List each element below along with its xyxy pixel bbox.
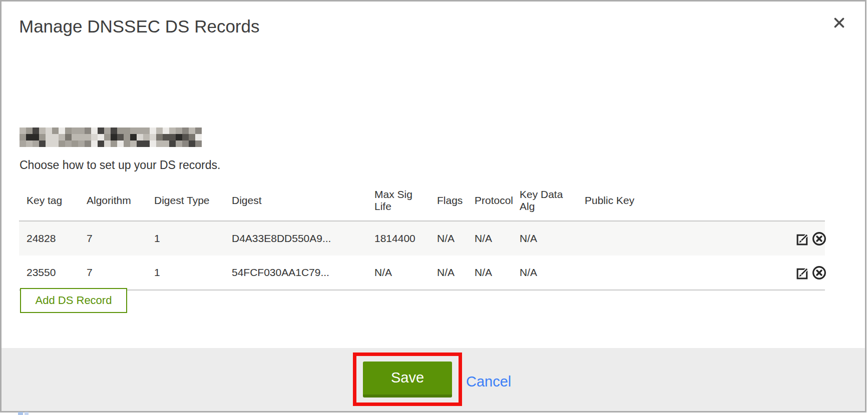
col-key-data-alg: Key Data Alg: [512, 182, 577, 221]
manage-dnssec-modal: Manage DNSSEC DS Records Choose how to s…: [0, 0, 866, 412]
table-row: 23550 7 1 54FCF030AA1C79... N/A N/A N/A …: [19, 256, 825, 290]
cell-digest-type: 1: [147, 256, 224, 290]
add-ds-record-button[interactable]: Add DS Record: [20, 288, 127, 313]
cell-flags: N/A: [429, 221, 467, 256]
save-button[interactable]: Save: [363, 362, 452, 398]
cell-key-data-alg: N/A: [512, 221, 577, 256]
cell-key-tag: 23550: [19, 256, 79, 290]
col-public-key: Public Key: [577, 182, 787, 221]
delete-circle-x-icon: [811, 274, 827, 282]
edit-record-button[interactable]: [795, 231, 811, 246]
cell-public-key: [577, 256, 787, 290]
col-key-tag: Key tag: [19, 182, 79, 221]
col-digest: Digest: [224, 182, 367, 221]
instruction-text: Choose how to set up your DS records.: [20, 158, 220, 172]
cancel-link[interactable]: Cancel: [466, 374, 511, 390]
page-title: Manage DNSSEC DS Records: [19, 16, 259, 36]
edit-record-button[interactable]: [795, 265, 811, 280]
cell-protocol: N/A: [467, 256, 512, 290]
cell-flags: N/A: [429, 256, 467, 290]
cell-max-sig-life: N/A: [367, 256, 429, 290]
table-row: 24828 7 1 D4A33E8DD550A9... 1814400 N/A …: [19, 221, 825, 256]
delete-circle-x-icon: [811, 240, 827, 248]
table-header-row: Key tag Algorithm Digest Type Digest Max…: [19, 182, 825, 221]
delete-record-button[interactable]: [811, 265, 827, 280]
col-algorithm: Algorithm: [79, 182, 147, 221]
background-page-artifact: [25, 412, 29, 415]
close-button[interactable]: [831, 16, 847, 32]
cell-key-data-alg: N/A: [512, 256, 577, 290]
cell-max-sig-life: 1814400: [367, 221, 429, 256]
ds-records-table: Key tag Algorithm Digest Type Digest Max…: [19, 182, 825, 290]
edit-icon: [795, 240, 811, 248]
row-actions: [787, 221, 825, 256]
cell-key-tag: 24828: [19, 221, 79, 256]
col-actions: [787, 182, 825, 221]
delete-record-button[interactable]: [811, 231, 827, 246]
cell-algorithm: 7: [79, 256, 147, 290]
cell-protocol: N/A: [467, 221, 512, 256]
cell-digest: D4A33E8DD550A9...: [224, 221, 367, 256]
col-max-sig-life: Max Sig Life: [367, 182, 429, 221]
redacted-domain-name: [20, 128, 202, 147]
cell-public-key: [577, 221, 787, 256]
edit-icon: [795, 274, 811, 282]
close-icon: [832, 16, 846, 31]
cell-digest-type: 1: [147, 221, 224, 256]
col-digest-type: Digest Type: [147, 182, 224, 221]
cell-digest: 54FCF030AA1C79...: [224, 256, 367, 290]
cell-algorithm: 7: [79, 221, 147, 256]
col-flags: Flags: [429, 182, 467, 221]
background-page-artifact: [18, 412, 23, 415]
row-actions: [787, 256, 825, 290]
col-protocol: Protocol: [467, 182, 512, 221]
